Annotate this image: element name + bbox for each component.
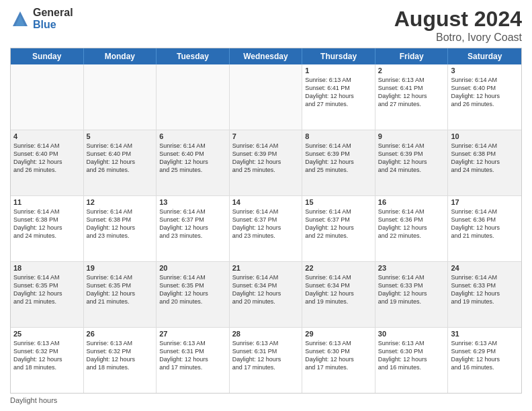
day-number: 15 xyxy=(305,198,372,206)
day-number: 6 xyxy=(159,132,226,140)
calendar-cell xyxy=(11,64,84,130)
day-number: 1 xyxy=(305,66,372,75)
day-number: 28 xyxy=(232,330,300,338)
day-info: Sunrise: 6:14 AM Sunset: 6:34 PM Dayligh… xyxy=(232,273,300,306)
calendar-week-4: 18Sunrise: 6:14 AM Sunset: 6:35 PM Dayli… xyxy=(11,262,521,328)
day-number: 7 xyxy=(232,132,300,140)
day-info: Sunrise: 6:14 AM Sunset: 6:37 PM Dayligh… xyxy=(305,208,372,240)
calendar-cell: 15Sunrise: 6:14 AM Sunset: 6:37 PM Dayli… xyxy=(302,196,375,261)
day-of-week-monday: Monday xyxy=(84,48,157,64)
calendar-week-2: 4Sunrise: 6:14 AM Sunset: 6:40 PM Daylig… xyxy=(11,130,521,196)
calendar-cell: 18Sunrise: 6:14 AM Sunset: 6:35 PM Dayli… xyxy=(11,262,84,327)
calendar-cell: 4Sunrise: 6:14 AM Sunset: 6:40 PM Daylig… xyxy=(11,130,84,195)
day-number: 23 xyxy=(378,264,445,272)
page: General Blue August 2024 Botro, Ivory Co… xyxy=(0,0,532,411)
day-number: 9 xyxy=(378,132,445,140)
day-info: Sunrise: 6:14 AM Sunset: 6:35 PM Dayligh… xyxy=(159,273,226,306)
day-info: Sunrise: 6:14 AM Sunset: 6:39 PM Dayligh… xyxy=(305,142,372,175)
day-number: 3 xyxy=(451,66,519,75)
day-number: 20 xyxy=(159,264,226,272)
logo: General Blue xyxy=(10,7,73,30)
calendar-cell: 16Sunrise: 6:14 AM Sunset: 6:36 PM Dayli… xyxy=(375,196,449,261)
day-number: 30 xyxy=(378,330,445,338)
day-number: 26 xyxy=(87,330,154,338)
calendar-cell: 2Sunrise: 6:13 AM Sunset: 6:41 PM Daylig… xyxy=(375,64,449,130)
day-info: Sunrise: 6:14 AM Sunset: 6:40 PM Dayligh… xyxy=(451,76,519,109)
day-info: Sunrise: 6:14 AM Sunset: 6:35 PM Dayligh… xyxy=(13,273,81,306)
footer-note: Daylight hours xyxy=(10,396,522,404)
calendar-week-3: 11Sunrise: 6:14 AM Sunset: 6:38 PM Dayli… xyxy=(11,196,521,262)
day-number: 14 xyxy=(232,198,300,206)
day-info: Sunrise: 6:14 AM Sunset: 6:39 PM Dayligh… xyxy=(378,142,445,175)
day-number: 31 xyxy=(451,330,519,338)
day-info: Sunrise: 6:13 AM Sunset: 6:29 PM Dayligh… xyxy=(451,339,519,372)
day-number: 18 xyxy=(13,264,81,272)
day-info: Sunrise: 6:14 AM Sunset: 6:39 PM Dayligh… xyxy=(232,142,300,175)
day-number: 25 xyxy=(13,330,81,338)
calendar-cell: 1Sunrise: 6:13 AM Sunset: 6:41 PM Daylig… xyxy=(302,64,375,130)
logo-icon xyxy=(10,9,30,29)
calendar-cell: 5Sunrise: 6:14 AM Sunset: 6:40 PM Daylig… xyxy=(84,130,157,195)
day-number: 16 xyxy=(378,198,445,206)
day-info: Sunrise: 6:14 AM Sunset: 6:36 PM Dayligh… xyxy=(451,208,519,240)
day-number: 21 xyxy=(232,264,300,272)
calendar-cell: 14Sunrise: 6:14 AM Sunset: 6:37 PM Dayli… xyxy=(230,196,303,261)
calendar-body: 1Sunrise: 6:13 AM Sunset: 6:41 PM Daylig… xyxy=(11,64,521,393)
day-number: 17 xyxy=(451,198,519,206)
day-info: Sunrise: 6:13 AM Sunset: 6:31 PM Dayligh… xyxy=(232,339,300,372)
day-info: Sunrise: 6:14 AM Sunset: 6:36 PM Dayligh… xyxy=(378,208,445,240)
calendar-cell: 12Sunrise: 6:14 AM Sunset: 6:38 PM Dayli… xyxy=(84,196,157,261)
calendar-cell: 9Sunrise: 6:14 AM Sunset: 6:39 PM Daylig… xyxy=(375,130,449,195)
calendar-cell: 22Sunrise: 6:14 AM Sunset: 6:34 PM Dayli… xyxy=(302,262,375,327)
day-number: 29 xyxy=(305,330,372,338)
header: General Blue August 2024 Botro, Ivory Co… xyxy=(10,7,522,44)
logo-blue: Blue xyxy=(33,19,73,31)
day-number: 5 xyxy=(87,132,154,140)
day-info: Sunrise: 6:13 AM Sunset: 6:41 PM Dayligh… xyxy=(378,76,445,109)
day-info: Sunrise: 6:14 AM Sunset: 6:38 PM Dayligh… xyxy=(13,208,81,240)
day-info: Sunrise: 6:14 AM Sunset: 6:33 PM Dayligh… xyxy=(378,273,445,306)
calendar-cell: 13Sunrise: 6:14 AM Sunset: 6:37 PM Dayli… xyxy=(157,196,230,261)
day-of-week-tuesday: Tuesday xyxy=(157,48,230,64)
day-number: 4 xyxy=(13,132,81,140)
day-number: 27 xyxy=(159,330,226,338)
day-of-week-sunday: Sunday xyxy=(11,48,84,64)
calendar-cell: 23Sunrise: 6:14 AM Sunset: 6:33 PM Dayli… xyxy=(375,262,449,327)
calendar-cell: 27Sunrise: 6:13 AM Sunset: 6:31 PM Dayli… xyxy=(157,328,230,393)
calendar: SundayMondayTuesdayWednesdayThursdayFrid… xyxy=(10,48,522,394)
day-info: Sunrise: 6:14 AM Sunset: 6:40 PM Dayligh… xyxy=(13,142,81,175)
logo-text: General Blue xyxy=(33,7,73,30)
calendar-week-1: 1Sunrise: 6:13 AM Sunset: 6:41 PM Daylig… xyxy=(11,64,521,130)
day-number: 10 xyxy=(451,132,519,140)
day-info: Sunrise: 6:14 AM Sunset: 6:37 PM Dayligh… xyxy=(232,208,300,240)
day-of-week-thursday: Thursday xyxy=(302,48,375,64)
day-number: 11 xyxy=(13,198,81,206)
day-of-week-saturday: Saturday xyxy=(448,48,521,64)
day-info: Sunrise: 6:14 AM Sunset: 6:38 PM Dayligh… xyxy=(87,208,154,240)
day-info: Sunrise: 6:14 AM Sunset: 6:38 PM Dayligh… xyxy=(451,142,519,175)
day-info: Sunrise: 6:13 AM Sunset: 6:32 PM Dayligh… xyxy=(13,339,81,372)
day-number: 19 xyxy=(87,264,154,272)
calendar-cell: 29Sunrise: 6:13 AM Sunset: 6:30 PM Dayli… xyxy=(302,328,375,393)
day-of-week-friday: Friday xyxy=(375,48,449,64)
day-of-week-wednesday: Wednesday xyxy=(230,48,303,64)
day-info: Sunrise: 6:13 AM Sunset: 6:41 PM Dayligh… xyxy=(305,76,372,109)
day-info: Sunrise: 6:14 AM Sunset: 6:33 PM Dayligh… xyxy=(451,273,519,306)
calendar-cell: 11Sunrise: 6:14 AM Sunset: 6:38 PM Dayli… xyxy=(11,196,84,261)
calendar-cell xyxy=(230,64,303,130)
calendar-cell: 6Sunrise: 6:14 AM Sunset: 6:40 PM Daylig… xyxy=(157,130,230,195)
calendar-cell: 21Sunrise: 6:14 AM Sunset: 6:34 PM Dayli… xyxy=(230,262,303,327)
day-number: 8 xyxy=(305,132,372,140)
calendar-cell xyxy=(157,64,230,130)
main-title: August 2024 xyxy=(394,7,522,32)
calendar-cell: 19Sunrise: 6:14 AM Sunset: 6:35 PM Dayli… xyxy=(84,262,157,327)
calendar-cell: 10Sunrise: 6:14 AM Sunset: 6:38 PM Dayli… xyxy=(448,130,521,195)
calendar-cell: 8Sunrise: 6:14 AM Sunset: 6:39 PM Daylig… xyxy=(302,130,375,195)
calendar-cell: 28Sunrise: 6:13 AM Sunset: 6:31 PM Dayli… xyxy=(230,328,303,393)
day-info: Sunrise: 6:13 AM Sunset: 6:32 PM Dayligh… xyxy=(87,339,154,372)
day-number: 22 xyxy=(305,264,372,272)
subtitle: Botro, Ivory Coast xyxy=(394,32,522,44)
day-info: Sunrise: 6:13 AM Sunset: 6:30 PM Dayligh… xyxy=(305,339,372,372)
title-block: August 2024 Botro, Ivory Coast xyxy=(394,7,522,44)
day-info: Sunrise: 6:14 AM Sunset: 6:35 PM Dayligh… xyxy=(87,273,154,306)
